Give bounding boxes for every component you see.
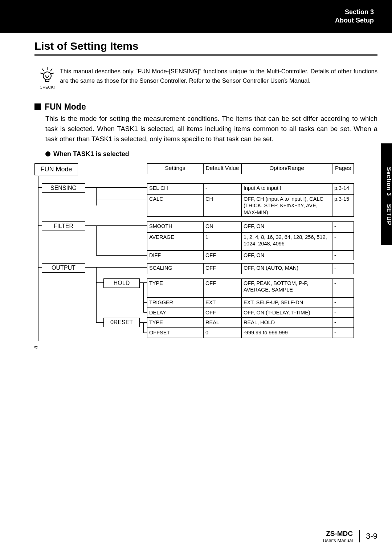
tree-line [38,176,38,341]
table-cell: - [332,278,354,298]
table-cell: OFF [203,278,241,298]
tree-line [143,333,147,333]
fun-mode-heading: FUN Mode [34,102,392,112]
footer-brand: ZS-MDC [326,530,353,537]
svg-line-3 [40,73,43,74]
tree-line [96,267,97,322]
side-tab-setup: SETUP [385,204,392,225]
tree-line [143,312,147,313]
table-cell: DIFF [147,250,203,260]
tree-line [96,282,103,283]
table-cell: AVERAGE [147,232,203,250]
node-output: OUTPUT [42,263,85,273]
table-cell: OFFSET [147,328,203,338]
fun-mode-paragraph: This is the mode for setting the measure… [45,114,377,144]
table-cell: - [332,221,354,232]
tree-line [38,267,42,268]
table-cell: OFF, ON [241,221,332,232]
table-cell: - [332,298,354,308]
table-cell: OFF, CH (input A to input I), CALC (THIC… [241,194,332,217]
th-pages: Pages [332,163,354,174]
check-label: CHECK! [40,85,55,89]
node-0reset: 0RESET [103,318,140,327]
table-cell: SEL CH [147,183,203,194]
node-filter: FILTER [42,221,85,231]
dot-bullet-icon [45,151,50,156]
table-cell: REAL [203,318,241,328]
svg-line-1 [42,69,44,71]
tree-line [85,225,147,226]
continuation-icon: ≈ [34,343,38,351]
table-cell: OFF, ON [241,250,332,260]
svg-line-4 [51,73,54,74]
tree-line [38,225,42,226]
table-cell: Input A to input I [241,183,332,194]
header-bar: Section 3 About Setup [0,0,392,33]
table-cell: OFF [203,250,241,260]
side-tab: Section 3 SETUP [381,143,392,245]
tree-line [96,238,147,238]
header-section: Section 3 [335,8,374,16]
square-bullet-icon [34,103,41,110]
table-cell: CH [203,194,241,217]
table-cell: OFF [203,308,241,318]
table-cell: EXT, SELF-UP, SELF-DN [241,298,332,308]
table-cell: - [332,328,354,338]
table-cell: - [203,183,241,194]
table-cell: EXT [203,298,241,308]
tree-line [85,267,147,268]
task1-subheading: When TASK1 is selected [45,150,392,158]
table-cell: DELAY [147,308,203,318]
footer-separator [359,530,360,542]
tree-line [143,302,147,303]
table-cell: OFF [203,263,241,274]
th-settings: Settings [147,163,203,174]
footer-manual: User's Manual [323,538,353,543]
table-cell: 0 [203,328,241,338]
table-cell: p.3-15 [332,194,354,217]
svg-line-2 [50,69,52,71]
table-cell: 1 [203,232,241,250]
table-cell: TYPE [147,278,203,298]
table-cell: TRIGGER [147,298,203,308]
tree-line [96,322,103,323]
table-cell: - [332,263,354,274]
table-cell: OFF, ON (T-DELAY, T-TIME) [241,308,332,318]
table-cell: - [332,318,354,328]
header-about: About Setup [335,16,374,25]
footer-page: 3-9 [366,531,377,541]
tree-line [140,322,147,323]
node-hold: HOLD [103,278,140,288]
table-cell: - [332,232,354,250]
table-cell: ON [203,221,241,232]
table-cell: 1, 2, 4, 8, 16, 32, 64, 128, 256, 512, 1… [241,232,332,250]
title-rule [34,54,377,56]
table-cell: -999.99 to 999.999 [241,328,332,338]
side-tab-section: Section 3 [385,167,392,196]
check-icon: CHECK! [34,66,60,89]
table-cell: SMOOTH [147,221,203,232]
table-cell: CALC [147,194,203,217]
table-cell: p.3-14 [332,183,354,194]
page-title: List of Setting Items [34,40,392,52]
tree-line [96,200,147,200]
th-default: Default Value [203,163,241,174]
tree-line [96,187,97,205]
table-cell: SCALING [147,263,203,274]
tree-line [96,255,147,256]
svg-point-5 [43,72,51,80]
tree-line [143,282,144,312]
th-option: Option/Range [241,163,332,174]
footer: ZS-MDC User's Manual 3-9 [323,529,377,543]
node-fun-mode: FUN Mode [34,163,78,175]
table-cell: - [332,250,354,260]
check-text: This manual describes only "FUN Mode-[SE… [60,66,377,86]
tree-line [85,187,147,188]
tree-line [140,282,147,283]
table-cell: TYPE [147,318,203,328]
tree-line [96,225,97,255]
table-cell: OFF, ON (AUTO, MAN) [241,263,332,274]
node-sensing: SENSING [42,183,85,193]
tree-line [143,322,144,333]
check-note: CHECK! This manual describes only "FUN M… [34,66,377,89]
